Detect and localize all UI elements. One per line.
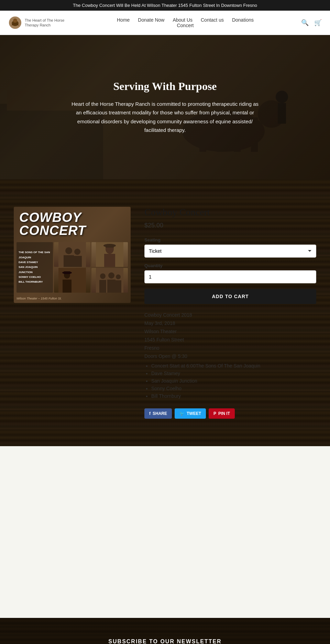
announcement-text: The Cowboy Concert Will Be Held At Wilso…: [73, 3, 257, 8]
svg-rect-35: [115, 280, 121, 293]
search-icon: 🔍: [301, 19, 309, 26]
hero-description: Heart of the Horse Therapy Ranch is comm…: [69, 100, 261, 135]
performers-list: Concert Start at 6:00The Sons Of The San…: [144, 363, 316, 399]
hero-content: Serving With Purpose Heart of the Horse …: [48, 80, 282, 135]
nav-row-2: Concert: [177, 23, 194, 28]
poster-performer-4: Sonny Coelho: [19, 275, 51, 280]
venue-address: 1545 Fulton Street: [144, 337, 316, 342]
poster-title: COWBOY CONCERT: [19, 211, 131, 237]
svg-rect-31: [99, 280, 106, 293]
product-details: Cowboy Concert $25.00 Seating Ticket Qua…: [144, 207, 316, 419]
newsletter-section: SUBSCRIBE TO OUR NEWSLETTER Please Join …: [0, 618, 330, 644]
svg-rect-21: [104, 254, 115, 267]
svg-rect-28: [64, 271, 70, 274]
svg-point-17: [74, 249, 80, 255]
poster-performer-3: San Joaquin Junction: [19, 265, 51, 275]
hero-section: Serving With Purpose Heart of the Horse …: [0, 35, 330, 179]
nav-about[interactable]: About Us: [173, 17, 192, 23]
svg-point-32: [108, 272, 114, 279]
svg-rect-18: [73, 256, 82, 267]
main-nav: Home Donate Now About Us Contact us Dona…: [117, 17, 254, 28]
nav-row-1: Home Donate Now About Us Contact us Dona…: [117, 17, 254, 23]
svg-rect-26: [63, 280, 72, 293]
seating-select[interactable]: Ticket: [144, 245, 316, 258]
nav-contact[interactable]: Contact us: [201, 17, 224, 23]
facebook-icon: f: [149, 411, 151, 416]
svg-point-2: [13, 19, 17, 23]
event-details: Cowboy Concert 2018 May 3rd, 2018 Wilson…: [144, 312, 316, 399]
performer-4: Sonny Coelho: [151, 386, 316, 391]
performer-2: Dave Stamey: [151, 371, 316, 376]
poster-performer-1: The Sons of The San Joaquin: [19, 250, 51, 260]
quantity-label: Quantity: [144, 263, 316, 268]
svg-point-30: [100, 273, 106, 279]
nav-concert[interactable]: Concert: [177, 23, 194, 28]
pinterest-share-button[interactable]: P PIN IT: [209, 408, 235, 419]
poster-performer-5: Bill Thornbury: [19, 280, 51, 284]
product-title: Cowboy Concert: [144, 207, 316, 218]
add-to-cart-button[interactable]: ADD TO CART: [144, 289, 316, 304]
social-share: f SHARE 🐦 TWEET P PIN IT: [144, 408, 316, 419]
concert-poster: COWBOY CONCERT: [14, 207, 131, 303]
poster-performer-2: Dave Stamey: [19, 260, 51, 265]
announcement-bar: The Cowboy Concert Will Be Held At Wilso…: [0, 0, 330, 11]
nav-donations[interactable]: Donations: [232, 17, 254, 23]
twitter-icon: 🐦: [179, 411, 185, 416]
doors-open: Doors Open @ 5:30: [144, 353, 316, 359]
newsletter-title: SUBSCRIBE TO OUR NEWSLETTER: [14, 639, 316, 644]
performer-1: Concert Start at 6:00The Sons Of The San…: [151, 363, 316, 369]
svg-rect-33: [107, 280, 116, 293]
logo-text: The Heart of The Horse Therapy Ranch: [25, 18, 69, 28]
product-wood-section: COWBOY CONCERT: [0, 179, 330, 446]
product-price: $25.00: [144, 222, 316, 229]
venue-city: Fresno: [144, 345, 316, 351]
svg-point-15: [65, 247, 72, 254]
pinterest-icon: P: [213, 411, 216, 416]
hero-title: Serving With Purpose: [69, 80, 261, 93]
venue-name: Wilson Theater: [144, 329, 316, 334]
search-button[interactable]: 🔍: [301, 19, 309, 26]
content-filler-section: [0, 446, 330, 618]
product-container: COWBOY CONCERT: [14, 200, 316, 426]
svg-rect-23: [106, 244, 114, 248]
twitter-share-button[interactable]: 🐦 TWEET: [175, 408, 206, 419]
logo-link[interactable]: The Heart of The Horse Therapy Ranch: [8, 16, 69, 30]
facebook-share-button[interactable]: f SHARE: [144, 408, 172, 419]
quantity-input[interactable]: [144, 270, 316, 283]
performer-5: Bill Thornbury: [151, 393, 316, 399]
nav-home[interactable]: Home: [117, 17, 130, 23]
nav-donate[interactable]: Donate Now: [138, 17, 164, 23]
poster-venue: Wilson Theater – 1545 Fulton St.: [16, 297, 62, 300]
header-actions: 🔍 🛒: [301, 19, 322, 26]
event-name: Cowboy Concert 2018: [144, 312, 316, 318]
cart-icon: 🛒: [314, 19, 322, 26]
cart-button[interactable]: 🛒: [314, 19, 322, 26]
svg-rect-16: [64, 255, 74, 267]
event-date: May 3rd, 2018: [144, 320, 316, 326]
performer-3: San Joaquin Junction: [151, 378, 316, 384]
logo-icon: [8, 16, 22, 30]
svg-point-34: [116, 274, 121, 279]
seating-label: Seating: [144, 237, 316, 242]
header: The Heart of The Horse Therapy Ranch Hom…: [0, 11, 330, 35]
